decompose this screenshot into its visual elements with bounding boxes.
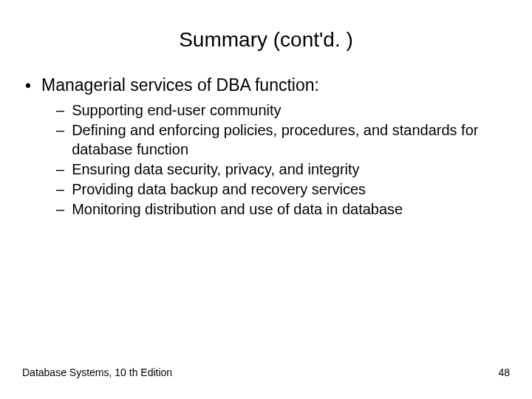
slide-container: Summary (cont'd. ) • Managerial services… — [0, 0, 532, 399]
bullet-dash: – — [56, 120, 64, 140]
bullet-level-2: – Providing data backup and recovery ser… — [22, 180, 510, 199]
bullet-dot: • — [25, 75, 31, 98]
bullet-l2-text: Supporting end-user community — [72, 100, 485, 120]
bullet-l2-text: Providing data backup and recovery servi… — [72, 180, 485, 199]
bullet-dash: – — [56, 180, 64, 199]
bullet-dash: – — [56, 160, 64, 179]
bullet-l2-text: Ensuring data security, privacy, and int… — [72, 160, 485, 179]
bullet-dash: – — [56, 200, 64, 219]
slide-content: • Managerial services of DBA function: –… — [22, 75, 510, 219]
bullet-level-1: • Managerial services of DBA function: — [22, 75, 510, 98]
bullet-level-2: – Ensuring data security, privacy, and i… — [22, 160, 510, 179]
bullet-l2-text: Monitoring distribution and use of data … — [72, 200, 485, 219]
footer-source: Database Systems, 10 th Edition — [22, 366, 172, 378]
bullet-l2-text: Defining and enforcing policies, procedu… — [72, 120, 485, 159]
bullet-level-2: – Monitoring distribution and use of dat… — [22, 200, 510, 219]
bullet-l1-text: Managerial services of DBA function: — [41, 75, 319, 95]
slide-footer: Database Systems, 10 th Edition 48 — [22, 366, 510, 378]
slide-title: Summary (cont'd. ) — [22, 28, 510, 52]
bullet-dash: – — [56, 100, 64, 120]
page-number: 48 — [498, 366, 510, 378]
bullet-level-2: – Defining and enforcing policies, proce… — [22, 120, 510, 159]
bullet-level-2: – Supporting end-user community — [22, 100, 510, 120]
